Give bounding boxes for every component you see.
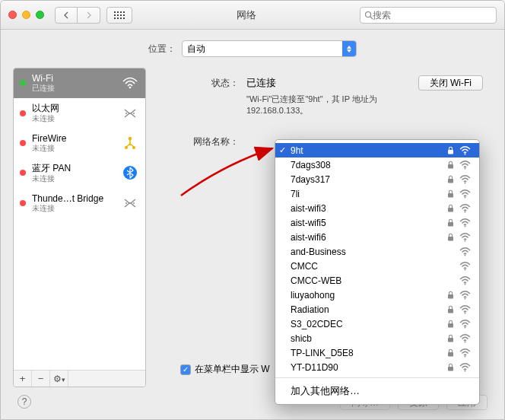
interface-status: 未连接 — [32, 144, 115, 153]
network-option[interactable]: 7li — [275, 186, 479, 201]
lock-icon — [447, 363, 458, 371]
interfaces-sidebar: Wi-Fi已连接以太网未连接FireWire未连接蓝牙 PAN未连接Thunde… — [13, 68, 146, 387]
svg-point-44 — [464, 370, 465, 371]
location-select[interactable]: 自动 — [182, 40, 357, 57]
svg-rect-16 — [448, 150, 453, 154]
wifi-signal-icon — [458, 189, 472, 199]
interface-name: 蓝牙 PAN — [32, 163, 115, 173]
turn-off-wifi-button[interactable]: 关闭 Wi-Fi — [418, 75, 483, 91]
interface-text: FireWire未连接 — [32, 133, 115, 153]
network-name: YT-D11D90 — [291, 362, 447, 373]
network-option[interactable]: CMCC-WEB — [275, 273, 479, 288]
zoom-icon[interactable] — [36, 11, 44, 19]
svg-point-29 — [464, 240, 465, 241]
wifi-signal-icon — [458, 204, 472, 213]
wifi-signal-icon — [458, 291, 472, 300]
check-icon: ✓ — [279, 145, 286, 155]
minimize-icon[interactable] — [22, 11, 30, 19]
lock-icon — [447, 334, 458, 342]
search-input[interactable] — [373, 10, 492, 21]
svg-point-42 — [464, 355, 465, 357]
network-option[interactable]: Radiation — [275, 302, 479, 317]
back-button[interactable] — [55, 7, 78, 24]
network-name-label: 网络名称： — [155, 134, 246, 148]
network-option[interactable]: 7days317 — [275, 172, 479, 186]
join-other-network[interactable]: 加入其他网络… — [275, 381, 479, 401]
interface-text: 以太网未连接 — [32, 103, 115, 123]
titlebar: 网络 — [1, 1, 504, 30]
gear-icon — [53, 374, 62, 384]
network-option[interactable]: 7dags308 — [275, 158, 479, 172]
select-caret-icon — [342, 41, 356, 56]
show-all-button[interactable] — [106, 7, 132, 24]
lock-icon — [447, 233, 458, 241]
network-option[interactable]: YT-D11D90 — [275, 360, 479, 374]
network-name: 7li — [291, 189, 447, 199]
svg-rect-39 — [448, 338, 453, 342]
network-name: aist-wifi6 — [291, 232, 447, 243]
sidebar-footer: + − — [14, 370, 145, 387]
show-in-menubar-checkbox[interactable]: ✓ — [180, 364, 191, 375]
network-option[interactable]: ✓9ht — [275, 143, 479, 158]
lock-icon — [447, 161, 458, 169]
network-name: CMCC — [291, 261, 447, 272]
svg-rect-22 — [448, 193, 453, 198]
bt-icon — [121, 165, 139, 180]
lock-icon — [447, 189, 458, 198]
svg-rect-37 — [448, 323, 453, 328]
wifi-signal-icon — [458, 161, 472, 170]
svg-point-21 — [464, 182, 465, 183]
network-dropdown[interactable]: ✓9ht7dags3087days3177liaist-wifi3aist-wi… — [275, 139, 480, 405]
interface-name: Wi-Fi — [32, 73, 115, 84]
eth-icon — [121, 107, 139, 119]
separator — [275, 377, 479, 378]
search-field[interactable] — [360, 7, 497, 24]
svg-point-30 — [464, 254, 465, 256]
search-icon — [364, 11, 373, 20]
network-name: aist-wifi5 — [291, 218, 447, 228]
network-option[interactable]: S3_02CDEC — [275, 317, 479, 331]
sidebar-item-eth[interactable]: 以太网未连接 — [14, 98, 145, 128]
close-icon[interactable] — [8, 11, 17, 19]
interface-name: FireWire — [32, 133, 115, 144]
status-label: 状态： — [155, 75, 246, 117]
svg-point-40 — [464, 341, 465, 342]
svg-point-14 — [129, 202, 131, 204]
network-option[interactable]: aist-wifi3 — [275, 201, 479, 215]
network-option[interactable]: liuyaohong — [275, 288, 479, 302]
sidebar-item-wifi[interactable]: Wi-Fi已连接 — [14, 68, 145, 98]
actions-menu-button[interactable] — [50, 371, 68, 387]
forward-button[interactable] — [78, 7, 100, 24]
add-interface-button[interactable]: + — [14, 371, 32, 387]
network-name: aist-wifi3 — [291, 203, 447, 214]
remove-interface-button[interactable]: − — [32, 371, 50, 387]
help-icon[interactable]: ? — [17, 395, 31, 409]
wifi-signal-icon — [458, 276, 472, 285]
sidebar-item-bt[interactable]: 蓝牙 PAN未连接 — [14, 158, 145, 188]
network-option[interactable]: CMCC — [275, 259, 479, 273]
interface-list: Wi-Fi已连接以太网未连接FireWire未连接蓝牙 PAN未连接Thunde… — [14, 68, 145, 370]
network-name: 7dags308 — [291, 160, 447, 170]
svg-rect-41 — [448, 352, 453, 357]
lock-icon — [447, 291, 458, 299]
network-name: 7days317 — [291, 174, 447, 185]
network-option[interactable]: aist-wifi6 — [275, 230, 479, 244]
sidebar-item-firewire[interactable]: FireWire未连接 — [14, 129, 145, 158]
svg-point-32 — [464, 283, 465, 285]
network-option[interactable]: shicb — [275, 331, 479, 345]
network-name: and-Business — [291, 247, 447, 257]
svg-point-3 — [125, 113, 127, 114]
network-option[interactable]: and-Business — [275, 244, 479, 259]
network-option[interactable]: aist-wifi5 — [275, 215, 479, 230]
lock-icon — [447, 348, 458, 357]
network-option[interactable]: TP-LINK_D5E8 — [275, 345, 479, 360]
status-dot-icon — [20, 200, 26, 206]
svg-rect-43 — [448, 367, 453, 371]
nav-back-forward — [55, 7, 100, 24]
wifi-signal-icon — [458, 233, 472, 242]
status-value: 已连接 — [246, 76, 276, 90]
network-name: Radiation — [291, 304, 447, 315]
svg-point-0 — [366, 11, 371, 17]
sidebar-item-eth[interactable]: Thunde…t Bridge未连接 — [14, 189, 145, 218]
svg-point-23 — [464, 196, 465, 198]
